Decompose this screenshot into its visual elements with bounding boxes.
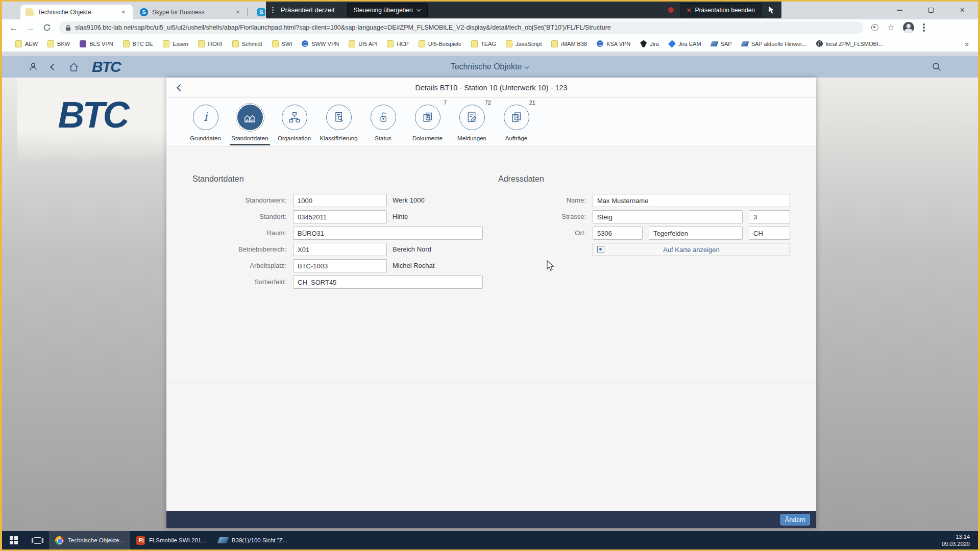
bookmark-item[interactable]: BKW	[47, 40, 70, 47]
bookmarks-overflow-button[interactable]: »	[965, 40, 969, 48]
name-input[interactable]	[593, 194, 790, 207]
tab-organisation[interactable]: Organisation	[272, 98, 316, 146]
bookmark-item[interactable]: Jira	[640, 40, 659, 47]
shell-app-title-text: Technische Objekte	[451, 62, 522, 71]
bookmark-label: AEW	[25, 41, 38, 47]
show-on-map-button[interactable]: Auf Karte anzeigen	[593, 243, 790, 256]
location-section-title: Standortdaten	[192, 174, 244, 184]
bookmark-label: Schmidt	[242, 41, 262, 47]
street-number-input[interactable]	[749, 210, 790, 223]
map-icon	[597, 246, 604, 253]
bookmark-item[interactable]: Jira EAM	[669, 40, 701, 47]
minimize-button[interactable]	[897, 10, 902, 11]
url-bar[interactable]: slaa9106.btc-lab.net/sap/bc/ui5_ui5/ui2/…	[59, 21, 863, 34]
bookmark-item[interactable]: UI5-Beispiele	[419, 40, 461, 47]
tab-close-icon[interactable]: ×	[236, 8, 240, 16]
bookmark-star-icon[interactable]: ☆	[887, 23, 894, 32]
bookmark-item[interactable]: Schmidt	[232, 40, 262, 47]
bookmark-item[interactable]: SWW VPN	[302, 40, 339, 47]
tab-standortdaten[interactable]: Standortdaten	[228, 98, 272, 146]
bookmark-icon	[80, 40, 86, 47]
taskbar-app-sapgui[interactable]: B39(1)/100 Sicht "Z...	[212, 531, 294, 549]
reload-button[interactable]	[43, 23, 51, 32]
bookmark-item[interactable]: FIORI	[198, 40, 223, 47]
tab-grunddaten[interactable]: i Grunddaten	[183, 98, 228, 146]
bookmark-item[interactable]: local ZPM_FLSMOBI...	[816, 40, 883, 47]
tab-status[interactable]: Status	[361, 98, 405, 146]
browser-tab-technische-objekte[interactable]: Technische Objekte ×	[20, 5, 133, 19]
drag-grip-icon[interactable]	[272, 7, 274, 13]
city-input[interactable]	[649, 227, 743, 240]
chevron-down-icon[interactable]	[524, 64, 529, 69]
country-input[interactable]	[749, 227, 790, 240]
task-view-button[interactable]	[26, 531, 49, 549]
bookmark-item[interactable]: KSA VPN	[597, 40, 630, 47]
aendern-button[interactable]: Ändern	[780, 514, 810, 525]
bookmark-label: BKW	[57, 41, 70, 47]
detail-footer-bar: Ändern	[166, 511, 816, 528]
bookmark-label: Jira EAM	[678, 41, 701, 47]
sortierfeld-input[interactable]	[293, 276, 483, 289]
browser-tab-skype[interactable]: S Skype for Business ×	[135, 5, 245, 19]
tab-klassifizierung[interactable]: Klassifizierung	[316, 98, 361, 146]
bookmark-item[interactable]: BTC DE	[123, 40, 153, 47]
search-icon[interactable]	[932, 62, 941, 71]
bookmark-icon	[419, 40, 425, 47]
end-presentation-button[interactable]: × Präsentation beenden	[680, 3, 762, 17]
tab-close-icon[interactable]: ×	[121, 8, 126, 16]
bookmark-label: JavaScript	[516, 41, 542, 47]
svg-text:$: $	[516, 114, 519, 119]
unlock-icon	[371, 105, 396, 130]
home-icon[interactable]	[69, 63, 79, 71]
bookmark-item[interactable]: SWI	[272, 40, 292, 47]
clock-time: 13:14	[955, 533, 970, 540]
shell-back-icon[interactable]	[50, 64, 57, 70]
restore-button[interactable]	[928, 8, 934, 13]
document-search-icon	[326, 105, 352, 130]
bookmark-item[interactable]: SAP aktuelle Hinwei...	[742, 40, 806, 47]
detail-header: Details BT10 - Station 10 (Unterwerk 10)…	[166, 78, 816, 98]
bookmark-item[interactable]: AEW	[15, 40, 38, 47]
taskbar-app-powerpoint[interactable]: P FLSmobile SWI 201...	[130, 531, 212, 549]
bookmark-item[interactable]: HCP	[387, 40, 408, 47]
postal-code-input[interactable]	[593, 227, 643, 240]
taskbar-clock[interactable]: 13:14 09.03.2020	[942, 531, 978, 549]
btc-shell-logo: BTC	[92, 58, 120, 76]
url-text: slaa9106.btc-lab.net/sap/bc/ui5_ui5/ui2/…	[75, 24, 611, 31]
browser-menu-icon[interactable]	[923, 23, 925, 32]
field-label: Sortierfeld:	[197, 276, 286, 289]
bookmark-item[interactable]: BLS VPN	[80, 40, 113, 47]
arbeitsplatz-input[interactable]	[293, 259, 387, 272]
give-control-button[interactable]: Steuerung übergeben	[347, 3, 428, 17]
bookmark-label: iMAM B38	[561, 41, 587, 47]
street-input[interactable]	[593, 210, 743, 223]
bookmark-item[interactable]: TEAG	[471, 40, 496, 47]
tab-badge: 72	[485, 99, 491, 106]
forward-button[interactable]: →	[26, 23, 35, 32]
bookmark-icon	[349, 40, 355, 47]
bookmark-item[interactable]: SAP	[711, 40, 732, 47]
bookmark-item[interactable]: Essen	[163, 40, 188, 47]
close-window-button[interactable]: ×	[960, 6, 965, 14]
back-button[interactable]: ←	[9, 23, 18, 32]
betriebsbereich-input[interactable]	[293, 243, 387, 256]
raum-input[interactable]	[293, 227, 483, 240]
bookmark-item[interactable]: iMAM B38	[551, 40, 587, 47]
tab-auftraege[interactable]: 21 $ Aufträge	[494, 98, 538, 146]
tab-meldungen[interactable]: 72 Meldungen	[450, 98, 494, 146]
browser-toolbar: ← → slaa9106.btc-lab.net/sap/bc/ui5_ui5/…	[2, 19, 978, 36]
taskbar-app-chrome[interactable]: Technische Objekte...	[49, 531, 130, 549]
standort-input[interactable]	[293, 210, 387, 223]
tab-dokumente[interactable]: 7 Dokumente	[405, 98, 450, 146]
tab-badge: 21	[529, 99, 535, 106]
tab-label: Dokumente	[412, 135, 443, 141]
user-icon[interactable]	[29, 62, 38, 71]
profile-avatar[interactable]	[903, 22, 914, 33]
start-button[interactable]	[2, 531, 26, 549]
presenting-label: Präsentiert derzeit	[281, 6, 335, 14]
bookmark-item[interactable]: UI5 API	[349, 40, 377, 47]
bookmark-item[interactable]: JavaScript	[506, 40, 542, 47]
bookmark-icon	[597, 40, 603, 47]
standortwerk-input[interactable]	[293, 194, 387, 207]
send-to-device-icon[interactable]	[871, 24, 878, 31]
